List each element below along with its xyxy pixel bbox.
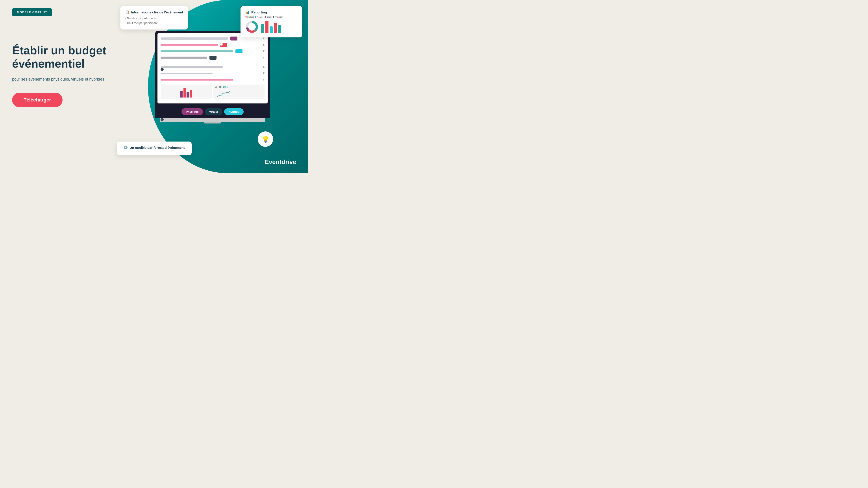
row-bar-2	[161, 44, 218, 46]
brand-eventdrive: Eventdrive	[265, 159, 296, 165]
reporting-icon: 📊	[245, 10, 250, 14]
mini-bar-1	[180, 91, 183, 98]
laptop-screen-inner: € € € €	[157, 33, 268, 103]
row-bar-3	[161, 50, 233, 53]
legend-item-2: Réalisé	[255, 16, 264, 18]
dot-right-connector	[220, 43, 223, 46]
spreadsheet-row-3: €	[161, 49, 265, 54]
color-block-3	[236, 49, 243, 53]
laptop-tab-buttons: Physique Virtuel Hybride	[155, 106, 270, 118]
euro-6: €	[263, 72, 265, 75]
euro-5: €	[263, 65, 265, 68]
report-bar-4	[274, 23, 277, 33]
legend-dot-1	[245, 16, 247, 18]
reporting-bar-chart	[261, 21, 281, 33]
stat-2: 16	[219, 86, 221, 88]
mini-bar-3	[187, 92, 189, 98]
card-modele-title: ⚙️ Un modèle par format d'événement	[122, 145, 187, 150]
spacer	[161, 62, 265, 63]
badge-gratuit: MODÈLE GRATUIT	[12, 8, 52, 16]
row-bar-6	[161, 73, 213, 74]
card-infos-title-text: Informations clés de l'événement	[131, 10, 183, 14]
card-modele-title-text: Un modèle par format d'événement	[129, 146, 185, 150]
euro-2: €	[263, 43, 265, 46]
legend-item-4: Prévision	[273, 16, 283, 18]
mini-bar-2	[183, 88, 186, 98]
euro-4: €	[263, 56, 265, 59]
dot-top-connector	[161, 68, 164, 71]
row-bar-1	[161, 37, 228, 40]
spreadsheet-row-6: €	[161, 71, 265, 76]
spreadsheet-row-5: €	[161, 65, 265, 69]
euro-1: €	[263, 37, 265, 40]
legend-item-1: Budget	[245, 16, 254, 18]
legend-item-3: Écart	[265, 16, 272, 18]
report-bar-2	[266, 21, 269, 33]
modele-icon: ⚙️	[124, 145, 128, 150]
report-bar-5	[278, 25, 281, 33]
card-reporting: 📊 Reporting Budget Réalisé Écart Prévisi…	[241, 6, 302, 37]
mini-chart-2: 59 16 20%	[213, 85, 265, 99]
row-bar-7	[161, 79, 233, 80]
legend-label-2: Réalisé	[257, 16, 264, 18]
tab-virtuel[interactable]: Virtuel	[205, 108, 222, 115]
laptop-base	[160, 118, 266, 122]
card-infos-items: - Nombre de participants - Coût réel par…	[125, 16, 183, 26]
color-block-4	[210, 56, 217, 60]
line-chart	[215, 90, 232, 98]
reporting-legend: Budget Réalisé Écart Prévision	[245, 16, 297, 18]
card-modele: ⚙️ Un modèle par format d'événement	[117, 141, 192, 155]
lightbulb-decoration: 💡	[258, 131, 273, 147]
spreadsheet-row-4: €	[161, 55, 265, 60]
laptop-mockup: € € € €	[155, 31, 270, 119]
card-infos-item-2: - Coût réel par participant	[125, 21, 183, 26]
card-infos-evenement: 📋 Informations clés de l'événement - Nom…	[120, 6, 188, 30]
mini-chart-1	[161, 85, 212, 99]
card-reporting-title: 📊 Reporting	[245, 10, 297, 14]
report-bar-1	[261, 24, 264, 33]
legend-dot-4	[273, 16, 274, 18]
svg-point-4	[226, 92, 227, 93]
laptop-stand	[204, 122, 221, 124]
legend-label-4: Prévision	[275, 16, 283, 18]
legend-label-3: Écart	[267, 16, 272, 18]
euro-3: €	[263, 50, 265, 53]
stat-1: 59	[215, 86, 217, 88]
row-bar-4	[161, 57, 207, 59]
row-bar-5	[161, 66, 223, 68]
card-infos-item-1: - Nombre de participants	[125, 16, 183, 21]
info-icon: 📋	[125, 10, 129, 14]
dot-bottom-connector	[161, 118, 164, 121]
tab-hybride[interactable]: Hybride	[224, 108, 244, 115]
spreadsheet-row-2: €	[161, 42, 265, 47]
reporting-charts-container	[245, 20, 297, 33]
page-content: MODÈLE GRATUIT Établir un budget événeme…	[0, 0, 308, 173]
donut-chart	[245, 20, 258, 33]
legend-dot-3	[265, 16, 266, 18]
spreadsheet-row-7: €	[161, 77, 265, 82]
tab-physique[interactable]: Physique	[182, 108, 203, 115]
main-title: Établir un budget événementiel	[12, 44, 122, 70]
stat-3: 20%	[223, 86, 227, 88]
legend-dot-2	[255, 16, 256, 18]
card-reporting-title-text: Reporting	[251, 10, 267, 14]
stats-row: 59 16 20%	[215, 86, 227, 88]
mini-bar-4	[190, 90, 192, 98]
laptop-screen: € € € €	[155, 31, 270, 106]
left-text-area: Établir un budget événementiel pour ses …	[12, 44, 122, 107]
legend-label-1: Budget	[247, 16, 254, 18]
report-bar-3	[270, 26, 273, 33]
card-infos-title: 📋 Informations clés de l'événement	[125, 10, 183, 14]
laptop-bottom-charts: 59 16 20%	[161, 85, 265, 99]
euro-7: €	[263, 78, 265, 81]
subtitle: pour ses événements physiques, virtuels …	[12, 77, 122, 82]
color-block-1	[230, 36, 238, 40]
download-button[interactable]: Télécharger	[12, 93, 63, 107]
